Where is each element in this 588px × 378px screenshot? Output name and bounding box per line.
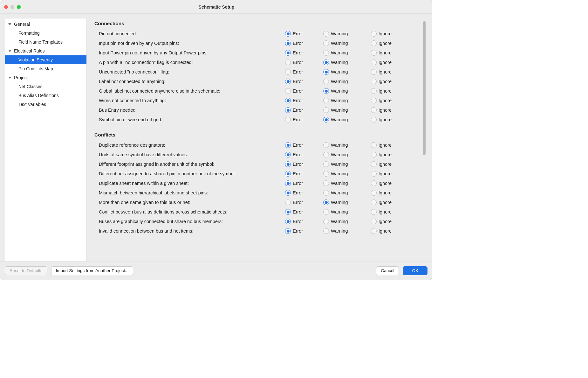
severity-option-ignore[interactable]: Ignore	[371, 209, 409, 215]
radio-ignore[interactable]	[371, 219, 377, 224]
radio-warning[interactable]	[323, 60, 329, 65]
tree-item-violation-severity[interactable]: Violation Severity	[5, 55, 86, 64]
radio-error[interactable]	[285, 171, 291, 177]
radio-ignore[interactable]	[371, 98, 377, 103]
severity-option-error[interactable]: Error	[285, 209, 323, 215]
radio-error[interactable]	[285, 142, 291, 148]
radio-error[interactable]	[285, 209, 291, 215]
severity-option-ignore[interactable]: Ignore	[371, 219, 409, 224]
severity-option-warning[interactable]: Warning	[323, 88, 371, 94]
radio-ignore[interactable]	[371, 31, 377, 37]
radio-warning[interactable]	[323, 50, 329, 56]
severity-option-ignore[interactable]: Ignore	[371, 142, 409, 148]
radio-error[interactable]	[285, 88, 291, 94]
severity-option-error[interactable]: Error	[285, 31, 323, 37]
severity-option-error[interactable]: Error	[285, 40, 323, 46]
radio-ignore[interactable]	[371, 171, 377, 177]
severity-option-warning[interactable]: Warning	[323, 219, 371, 224]
severity-option-error[interactable]: Error	[285, 142, 323, 148]
disclosure-icon[interactable]	[8, 49, 12, 53]
radio-warning[interactable]	[323, 152, 329, 158]
severity-option-warning[interactable]: Warning	[323, 200, 371, 205]
severity-option-ignore[interactable]: Ignore	[371, 117, 409, 122]
radio-ignore[interactable]	[371, 180, 377, 186]
radio-warning[interactable]	[323, 107, 329, 113]
severity-option-ignore[interactable]: Ignore	[371, 31, 409, 37]
radio-ignore[interactable]	[371, 79, 377, 84]
radio-ignore[interactable]	[371, 50, 377, 56]
tree-item-project[interactable]: Project	[5, 73, 86, 82]
radio-error[interactable]	[285, 117, 291, 122]
severity-option-error[interactable]: Error	[285, 161, 323, 167]
tree-item-electrical-rules[interactable]: Electrical Rules	[5, 46, 86, 55]
radio-warning[interactable]	[323, 228, 329, 234]
tree-item-general[interactable]: General	[5, 20, 86, 29]
radio-warning[interactable]	[323, 190, 329, 196]
radio-warning[interactable]	[323, 98, 329, 103]
tree-item-net-classes[interactable]: Net Classes	[5, 82, 86, 91]
severity-option-warning[interactable]: Warning	[323, 152, 371, 158]
severity-option-warning[interactable]: Warning	[323, 180, 371, 186]
severity-option-error[interactable]: Error	[285, 98, 323, 103]
radio-error[interactable]	[285, 69, 291, 75]
import-settings-button[interactable]: Import Settings from Another Project...	[51, 266, 133, 275]
radio-warning[interactable]	[323, 79, 329, 84]
tree-item-text-variables[interactable]: Text Variables	[5, 100, 86, 109]
cancel-button[interactable]: Cancel	[376, 266, 399, 275]
radio-error[interactable]	[285, 228, 291, 234]
vertical-scrollbar[interactable]	[423, 21, 426, 155]
disclosure-icon[interactable]	[8, 75, 12, 80]
radio-error[interactable]	[285, 152, 291, 158]
severity-option-error[interactable]: Error	[285, 152, 323, 158]
radio-warning[interactable]	[323, 219, 329, 224]
disclosure-icon[interactable]	[8, 22, 12, 26]
rules-scroll-area[interactable]: ConnectionsPin not connected:ErrorWarnin…	[94, 18, 420, 258]
severity-option-warning[interactable]: Warning	[323, 40, 371, 46]
severity-option-warning[interactable]: Warning	[323, 98, 371, 103]
severity-option-warning[interactable]: Warning	[323, 50, 371, 56]
radio-warning[interactable]	[323, 69, 329, 75]
severity-option-warning[interactable]: Warning	[323, 69, 371, 75]
radio-ignore[interactable]	[371, 88, 377, 94]
radio-warning[interactable]	[323, 40, 329, 46]
severity-option-error[interactable]: Error	[285, 88, 323, 94]
radio-error[interactable]	[285, 31, 291, 37]
radio-warning[interactable]	[323, 209, 329, 215]
radio-error[interactable]	[285, 60, 291, 65]
radio-error[interactable]	[285, 107, 291, 113]
radio-ignore[interactable]	[371, 161, 377, 167]
severity-option-warning[interactable]: Warning	[323, 161, 371, 167]
radio-warning[interactable]	[323, 200, 329, 205]
radio-error[interactable]	[285, 50, 291, 56]
radio-warning[interactable]	[323, 180, 329, 186]
radio-ignore[interactable]	[371, 228, 377, 234]
severity-option-warning[interactable]: Warning	[323, 209, 371, 215]
severity-option-error[interactable]: Error	[285, 228, 323, 234]
radio-warning[interactable]	[323, 31, 329, 37]
severity-option-ignore[interactable]: Ignore	[371, 171, 409, 177]
severity-option-error[interactable]: Error	[285, 60, 323, 65]
severity-option-warning[interactable]: Warning	[323, 171, 371, 177]
severity-option-ignore[interactable]: Ignore	[371, 69, 409, 75]
severity-option-warning[interactable]: Warning	[323, 60, 371, 65]
severity-option-warning[interactable]: Warning	[323, 142, 371, 148]
severity-option-warning[interactable]: Warning	[323, 190, 371, 196]
radio-ignore[interactable]	[371, 69, 377, 75]
severity-option-error[interactable]: Error	[285, 200, 323, 205]
radio-ignore[interactable]	[371, 152, 377, 158]
severity-option-warning[interactable]: Warning	[323, 79, 371, 84]
radio-error[interactable]	[285, 200, 291, 205]
severity-option-error[interactable]: Error	[285, 171, 323, 177]
tree-item-bus-alias-definitions[interactable]: Bus Alias Definitions	[5, 91, 86, 100]
radio-error[interactable]	[285, 219, 291, 224]
severity-option-ignore[interactable]: Ignore	[371, 50, 409, 56]
tree-item-field-name-templates[interactable]: Field Name Templates	[5, 38, 86, 46]
severity-option-error[interactable]: Error	[285, 180, 323, 186]
ok-button[interactable]: OK	[403, 266, 427, 275]
tree-item-formatting[interactable]: Formatting	[5, 29, 86, 38]
severity-option-warning[interactable]: Warning	[323, 117, 371, 122]
radio-warning[interactable]	[323, 117, 329, 122]
radio-ignore[interactable]	[371, 117, 377, 122]
radio-warning[interactable]	[323, 171, 329, 177]
radio-error[interactable]	[285, 180, 291, 186]
